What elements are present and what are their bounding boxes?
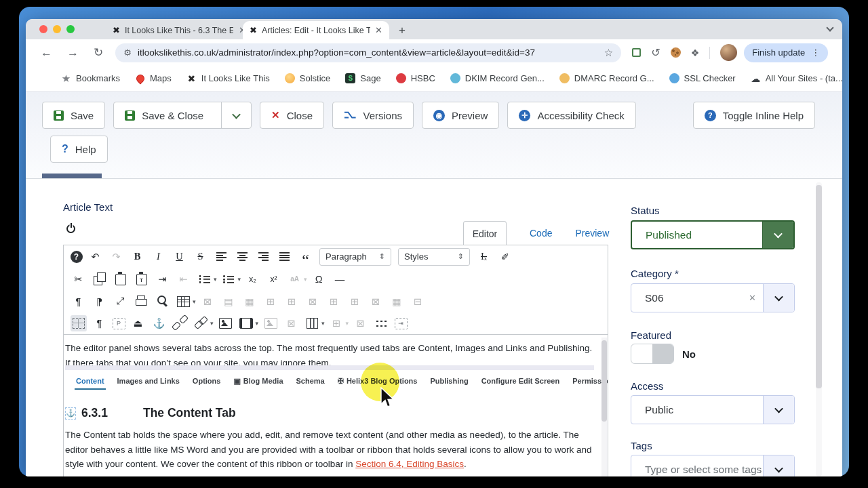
bookmark-item[interactable]: ★Bookmarks (61, 73, 120, 83)
bookmark-item[interactable]: ☁All Your Sites - (ta... (751, 73, 842, 83)
save-and-close-button[interactable]: Save & Close (113, 102, 252, 129)
special-character-icon[interactable]: Ω (311, 271, 327, 287)
blockquote-icon[interactable]: “ (298, 249, 314, 265)
tab-editor[interactable]: Editor (463, 221, 507, 245)
save-options-dropdown[interactable] (221, 102, 251, 128)
format-painter-icon[interactable]: ✐ (497, 249, 513, 265)
show-invisibles-icon[interactable]: ¶ (92, 315, 108, 331)
columns-layout-icon[interactable] (304, 315, 321, 331)
toggle-off-half[interactable] (652, 344, 673, 363)
active-form-tab-indicator[interactable] (42, 174, 102, 178)
zoom-window-button[interactable] (66, 25, 75, 33)
editor-scrollbar-thumb[interactable] (601, 340, 607, 422)
tags-dropdown-button[interactable] (763, 455, 794, 476)
bookmark-item[interactable]: DMARC Record G... (559, 73, 654, 83)
close-window-button[interactable] (39, 25, 47, 33)
table-dropdown-icon[interactable]: ▾ (193, 298, 196, 305)
bookmark-star-icon[interactable]: ☆ (604, 47, 613, 59)
cut-icon[interactable]: ✂ (71, 271, 87, 287)
new-tab-button[interactable]: + (399, 24, 406, 37)
toggle-on-half[interactable] (631, 344, 652, 363)
versions-button[interactable]: ⌥ Versions (332, 102, 414, 129)
underline-icon[interactable]: U (172, 249, 188, 265)
insert-media-icon[interactable] (238, 315, 254, 331)
align-left-icon[interactable] (214, 249, 230, 265)
profile-avatar[interactable] (720, 44, 737, 61)
toggle-editor-icon[interactable] (66, 224, 75, 233)
superscript-icon[interactable]: x² (266, 271, 282, 287)
bold-icon[interactable]: B (130, 249, 146, 265)
bookmark-item[interactable]: Maps (135, 73, 172, 83)
screenshot-icon[interactable] (632, 48, 641, 57)
cookie-icon[interactable] (671, 47, 681, 58)
fullscreen-icon[interactable]: ⤢ (113, 293, 129, 310)
editor-content-area[interactable]: The editor panel shows several tabs acro… (64, 336, 608, 476)
status-select[interactable]: Published (631, 220, 795, 249)
category-select[interactable]: S06 ✕ (631, 283, 795, 312)
help-button[interactable]: ? Help (50, 136, 108, 163)
section-link[interactable]: Section 6.4, Editing Basics (355, 459, 464, 469)
copy-icon[interactable] (92, 271, 108, 287)
bookmark-item[interactable]: SSL Checker (669, 73, 736, 83)
table-border-toggle-icon[interactable] (71, 315, 87, 331)
url-text[interactable]: itlookslikethis.co.uk/administrator/inde… (138, 47, 604, 58)
tab-preview[interactable]: Preview (575, 228, 609, 239)
page-break-icon[interactable] (374, 315, 390, 331)
close-button[interactable]: ✕ Close (260, 102, 324, 129)
paste-as-text-icon[interactable]: T (134, 271, 150, 287)
styles-select[interactable]: Styles⇕ (398, 248, 470, 266)
horizontal-rule-icon[interactable]: — (332, 271, 348, 287)
strikethrough-icon[interactable]: S (193, 249, 209, 265)
numbered-list-dropdown-icon[interactable]: ▾ (214, 276, 217, 283)
paragraph-rtl-icon[interactable]: ⁋ (92, 293, 108, 310)
accessibility-check-button[interactable]: ✛ Accessibility Check (507, 102, 635, 129)
print-icon[interactable] (134, 293, 150, 310)
bookmark-item[interactable]: Solstice (285, 73, 331, 83)
forward-icon[interactable]: → (67, 46, 79, 60)
subscript-icon[interactable]: x₂ (245, 271, 261, 287)
columns-layout-dropdown-icon[interactable]: ▾ (321, 320, 325, 327)
show-blocks-icon[interactable]: P (113, 318, 125, 329)
bullet-list-icon[interactable] (220, 271, 237, 287)
anchor-icon[interactable]: ⚓ (151, 315, 167, 331)
anchor-icon[interactable]: ⚓ (65, 407, 76, 420)
nonbreaking-space-icon[interactable]: ⇥ (395, 318, 408, 329)
insert-link-icon[interactable] (193, 315, 210, 331)
tags-input[interactable]: Type or select some tags (631, 455, 795, 476)
insert-image-icon[interactable] (217, 315, 233, 331)
bookmark-item[interactable]: HSBC (396, 73, 435, 83)
insert-link-dropdown-icon[interactable]: ▾ (210, 320, 214, 327)
toggle-inline-help-button[interactable]: ? Toggle Inline Help (693, 102, 815, 129)
site-info-icon[interactable]: ⚙ (123, 47, 132, 58)
clear-icon[interactable]: ✕ (749, 293, 756, 303)
table-icon[interactable] (176, 293, 192, 310)
undo-icon[interactable]: ↶ (87, 249, 104, 265)
align-justify-icon[interactable] (277, 249, 293, 265)
featured-toggle[interactable] (631, 344, 674, 364)
align-right-icon[interactable] (256, 249, 272, 265)
reload-icon[interactable]: ↻ (94, 45, 103, 60)
back-icon[interactable]: ← (41, 46, 52, 60)
save-button[interactable]: Save (42, 102, 105, 129)
bullet-list-dropdown-icon[interactable]: ▾ (238, 276, 241, 283)
align-center-icon[interactable] (235, 249, 251, 265)
italic-icon[interactable]: I (151, 249, 167, 265)
insert-media-dropdown-icon[interactable]: ▾ (256, 320, 259, 327)
bookmark-item[interactable]: ✖It Looks Like This (186, 73, 270, 83)
chevron-down-icon[interactable] (826, 24, 833, 31)
numbered-list-icon[interactable] (197, 271, 213, 287)
unlink-icon[interactable] (172, 315, 189, 331)
remove-format-icon[interactable]: Iₓ (476, 249, 492, 265)
browser-tab-inactive[interactable]: ✖ It Looks Like This - 6.3 The E ✕ (106, 21, 253, 39)
finish-update-button[interactable]: Finish update ⋮ (744, 43, 828, 62)
access-select[interactable]: Public (631, 395, 795, 424)
browser-tab-active[interactable]: ✖ Articles: Edit - It Looks Like T ✕ (243, 21, 389, 39)
search-replace-icon[interactable] (155, 293, 171, 310)
editor-help-icon[interactable]: ? (71, 251, 83, 263)
bookmark-item[interactable]: DKIM Record Gen... (450, 73, 545, 83)
browser-menu-icon[interactable]: ⋮ (811, 47, 820, 58)
sync-icon[interactable]: ↺ (651, 46, 660, 59)
paragraph-ltr-icon[interactable]: ¶ (71, 293, 87, 310)
indent-icon[interactable]: ⇥ (155, 271, 171, 287)
paste-icon[interactable] (113, 271, 129, 287)
